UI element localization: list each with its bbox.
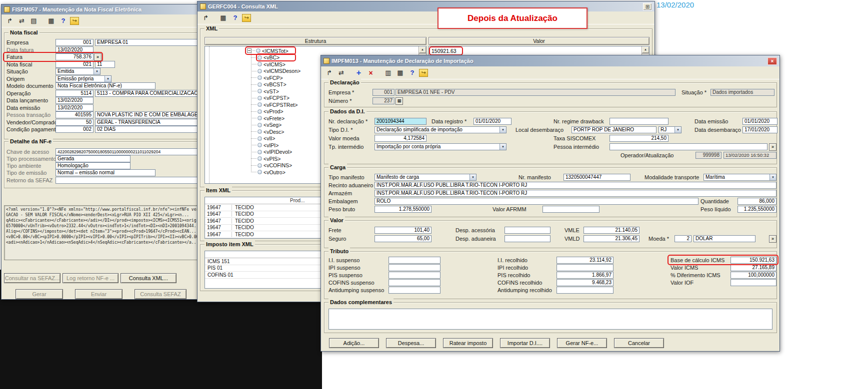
empresa-code-field[interactable]: 001	[56, 39, 94, 46]
print-icon[interactable]: ▥	[383, 68, 394, 78]
recinto-field[interactable]: INST.POR.MAR.ALF.USO PUBL.LIBRA T.RIO-TE…	[374, 182, 776, 189]
pessoa-code-field[interactable]: 401595	[56, 111, 94, 118]
log-retorno-button[interactable]: Log retorno NF-e ...	[62, 273, 118, 283]
scroll-up-icon[interactable]: ▲	[419, 46, 426, 53]
data-fatura-field[interactable]: 13/02/2020	[56, 46, 94, 53]
tipo-manifesto-select[interactable]: Manifesto de carga▼	[374, 174, 476, 181]
add-icon[interactable]: +	[354, 68, 364, 78]
transfer-icon[interactable]: ⇄	[16, 16, 27, 26]
scroll-up-icon[interactable]: ▲	[642, 46, 649, 53]
tipo-di-select[interactable]: Declaração simplificada de importação▼	[374, 126, 506, 133]
exit-door-icon[interactable]: ↪	[70, 17, 79, 25]
footer-button[interactable]: Adição...	[329, 338, 379, 348]
frete-field[interactable]: 101,40	[374, 227, 432, 234]
empresa-code-field[interactable]: 001	[372, 89, 394, 96]
nr-manifesto-field[interactable]: 1320500047447	[564, 174, 630, 181]
help-icon[interactable]: ?	[58, 16, 68, 26]
moeda-desc-field[interactable]: DOLAR	[694, 235, 756, 242]
condicao-desc-field[interactable]: 02 DIAS	[95, 126, 210, 133]
origem-select[interactable]: Emissão própria▼	[56, 75, 112, 82]
tributo-field[interactable]: 150.921,63	[730, 257, 776, 264]
nr-declaracao-field[interactable]: 2001094344	[374, 118, 426, 125]
tributo-field[interactable]	[556, 287, 614, 294]
vmle-field[interactable]: 21.140,05	[584, 227, 640, 234]
tipo-ambiente-field[interactable]: Homologação	[56, 162, 130, 169]
nota-num-field[interactable]: 021	[56, 61, 94, 68]
data-desembaraco-field[interactable]: 17/01/2020	[742, 126, 778, 133]
tipo-processamento-field[interactable]: Gerada	[56, 155, 130, 162]
fatura-field[interactable]: 758.376	[56, 53, 94, 60]
exit-icon[interactable]: ↱	[200, 13, 211, 23]
tributo-field[interactable]	[388, 272, 440, 279]
local-desembaraco-field[interactable]: PORTP ROP DE JANEIRO	[572, 126, 656, 133]
chevron-down-icon[interactable]: ▼	[94, 68, 100, 75]
chevron-down-icon[interactable]: ▼	[674, 126, 682, 133]
embalagem-field[interactable]: ROLO	[374, 198, 698, 205]
dados-complementares-textarea[interactable]	[328, 309, 772, 330]
chevron-down-icon[interactable]: ▼	[500, 143, 506, 150]
delete-icon[interactable]: ×	[366, 68, 376, 78]
desp-aduaneira-field[interactable]	[504, 235, 550, 242]
modalidade-select[interactable]: Marítima▼	[704, 174, 776, 181]
valor-moeda-field[interactable]: 4,172584	[374, 135, 426, 142]
footer-button[interactable]: Gerar NF-e...	[557, 338, 607, 348]
modelo-field[interactable]: Nota Fiscal Eletrônica (NF-e)	[56, 82, 156, 89]
column-header-estrutura[interactable]: Estrutura	[204, 37, 426, 45]
retorno-sefaz-field[interactable]	[56, 177, 210, 184]
tributo-field[interactable]	[388, 257, 440, 264]
close-icon[interactable]: ×	[768, 57, 777, 65]
data-registro-field[interactable]: 01/01/2020	[474, 118, 512, 125]
drawback-field[interactable]	[610, 118, 668, 125]
tributo-field[interactable]: 100,000000	[730, 272, 776, 279]
peso-bruto-field[interactable]: 1.278,550000	[374, 206, 432, 213]
desp-acessoria-field[interactable]	[504, 227, 550, 234]
tree-node-root[interactable]: <ICMSTot>	[205, 47, 418, 54]
footer-button[interactable]: Importar D.I....	[500, 338, 550, 348]
exit-door-icon[interactable]: ↪	[419, 69, 428, 77]
operador-code-field[interactable]: 999998	[696, 152, 722, 159]
exit-icon[interactable]: ↱	[324, 68, 334, 78]
armazem-field[interactable]: INST.POR.MAR.ALF.USO PUBL.LIBRA T.RIO-TE…	[374, 190, 776, 197]
tributo-field[interactable]: 9.468,23	[556, 279, 614, 286]
grid-icon[interactable]: ▦	[395, 68, 406, 78]
help-icon[interactable]: ?	[230, 13, 240, 23]
xml-preview[interactable]: <?xml version="1.0"?><NFe xmlns="http://…	[4, 205, 214, 260]
gerar-button[interactable]: Gerar	[16, 289, 63, 299]
exit-door-icon[interactable]: ↪	[242, 14, 251, 22]
chevron-down-icon[interactable]: ▼	[470, 174, 476, 181]
operador-datetime-field[interactable]: 13/02/2020 16:50:32	[724, 152, 776, 159]
tributo-field[interactable]	[388, 279, 440, 286]
data-lancamento-field[interactable]: 13/02/2020	[56, 97, 94, 104]
chevron-down-icon[interactable]: ▼	[770, 174, 776, 181]
column-header-valor[interactable]: Valor	[428, 37, 650, 45]
empresa-desc-field[interactable]: EMPRESA 01	[95, 39, 210, 46]
vmld-field[interactable]: 21.306,45	[584, 235, 640, 242]
grid-icon[interactable]: ▦	[218, 13, 228, 23]
tributo-field[interactable]	[388, 287, 440, 294]
chevron-down-icon[interactable]: ▼	[104, 75, 112, 82]
vendedor-code-field[interactable]: 50	[56, 119, 94, 126]
nota-serie-field[interactable]: 11	[95, 61, 115, 68]
pessoa-intermedio-field[interactable]	[610, 143, 768, 150]
chevron-down-icon[interactable]: ▼	[500, 126, 506, 133]
save-icon[interactable]: ▤	[28, 16, 39, 26]
tp-intermedio-select[interactable]: Importação por conta própria▼	[374, 143, 506, 150]
consultar-sefaz-button[interactable]: Consultar na SEFAZ...	[4, 273, 60, 283]
pessoa-lookup-button[interactable]: »	[769, 143, 776, 151]
enviar-button[interactable]: Enviar	[75, 289, 122, 299]
seguro-field[interactable]: 65,00	[374, 235, 432, 242]
consulta-sefaz-button[interactable]: Consulta SEFAZ	[134, 289, 186, 299]
data-emissao-field[interactable]: 01/01/2020	[742, 118, 778, 125]
footer-button[interactable]: Cancelar	[614, 338, 664, 348]
tributo-field[interactable]: 27.165,89	[730, 264, 776, 271]
grid-icon[interactable]: ▦	[46, 16, 56, 26]
moeda-lookup-button[interactable]: »	[769, 235, 776, 243]
peso-liquido-field[interactable]: 1.235,550000	[738, 206, 776, 213]
condicao-code-field[interactable]: 002	[56, 126, 94, 133]
tributo-field[interactable]: 1.866,97	[556, 272, 614, 279]
help-icon[interactable]: ?	[407, 68, 418, 78]
moeda-code-field[interactable]: 2	[674, 235, 692, 242]
quantidade-field[interactable]: 86,000	[738, 198, 776, 205]
exit-icon[interactable]: ↱	[4, 16, 15, 26]
tributo-field[interactable]	[730, 279, 776, 286]
